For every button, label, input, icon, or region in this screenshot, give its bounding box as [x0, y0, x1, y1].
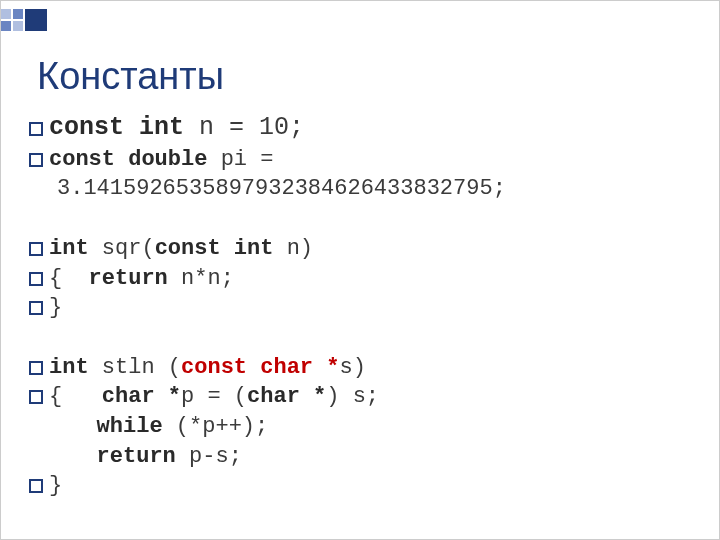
- code-line: int stln (const char *s): [29, 353, 679, 383]
- keyword: const int: [155, 236, 274, 261]
- keyword: const int: [49, 113, 184, 142]
- keyword-highlight: const char *: [181, 355, 339, 380]
- code-text: n*n;: [168, 266, 234, 291]
- keyword: char *: [102, 384, 181, 409]
- keyword: int: [49, 236, 89, 261]
- code-text: }: [49, 295, 62, 320]
- square-icon: [13, 9, 23, 19]
- bullet-icon: [29, 153, 43, 167]
- code-text: (*p++);: [163, 414, 269, 439]
- bullet-icon: [29, 122, 43, 136]
- keyword: return: [97, 444, 176, 469]
- code-text: sqr(: [89, 236, 155, 261]
- keyword: while: [97, 414, 163, 439]
- code-line: const int n = 10;: [29, 111, 679, 145]
- code-text: stln (: [89, 355, 181, 380]
- square-icon: [25, 9, 47, 31]
- square-icon: [1, 9, 11, 19]
- code-text: {: [49, 384, 62, 409]
- square-icon: [1, 21, 11, 31]
- code-line: const double pi =: [29, 145, 679, 175]
- bullet-icon: [29, 479, 43, 493]
- keyword: return: [89, 266, 168, 291]
- bullet-icon: [29, 301, 43, 315]
- code-text: s): [339, 355, 365, 380]
- code-text: p-s;: [176, 444, 242, 469]
- code-text: pi =: [207, 147, 273, 172]
- code-block: const int n = 10; const double pi = 3.14…: [29, 111, 679, 501]
- code-line: }: [29, 293, 679, 323]
- code-text: {: [49, 266, 62, 291]
- code-line: while (*p++);: [29, 412, 679, 442]
- code-line: return p-s;: [29, 442, 679, 472]
- corner-decoration: [1, 9, 47, 31]
- code-text: n): [273, 236, 313, 261]
- blank-line: [29, 204, 679, 234]
- bullet-icon: [29, 390, 43, 404]
- keyword: const double: [49, 147, 207, 172]
- code-text: p = (: [181, 384, 247, 409]
- blank-line: [29, 323, 679, 353]
- slide: Константы const int n = 10; const double…: [0, 0, 720, 540]
- code-line: 3.1415926535897932384626433832795;: [29, 174, 679, 204]
- code-text: n = 10;: [184, 113, 304, 142]
- code-text: ) s;: [326, 384, 379, 409]
- square-icon: [13, 21, 23, 31]
- code-line: int sqr(const int n): [29, 234, 679, 264]
- keyword: int: [49, 355, 89, 380]
- code-line: }: [29, 471, 679, 501]
- bullet-icon: [29, 361, 43, 375]
- bullet-icon: [29, 272, 43, 286]
- slide-title: Константы: [37, 55, 224, 98]
- code-line: { return n*n;: [29, 264, 679, 294]
- code-text: }: [49, 473, 62, 498]
- code-text: 3.1415926535897932384626433832795;: [57, 176, 506, 201]
- code-line: { char *p = (char *) s;: [29, 382, 679, 412]
- bullet-icon: [29, 242, 43, 256]
- keyword: char *: [247, 384, 326, 409]
